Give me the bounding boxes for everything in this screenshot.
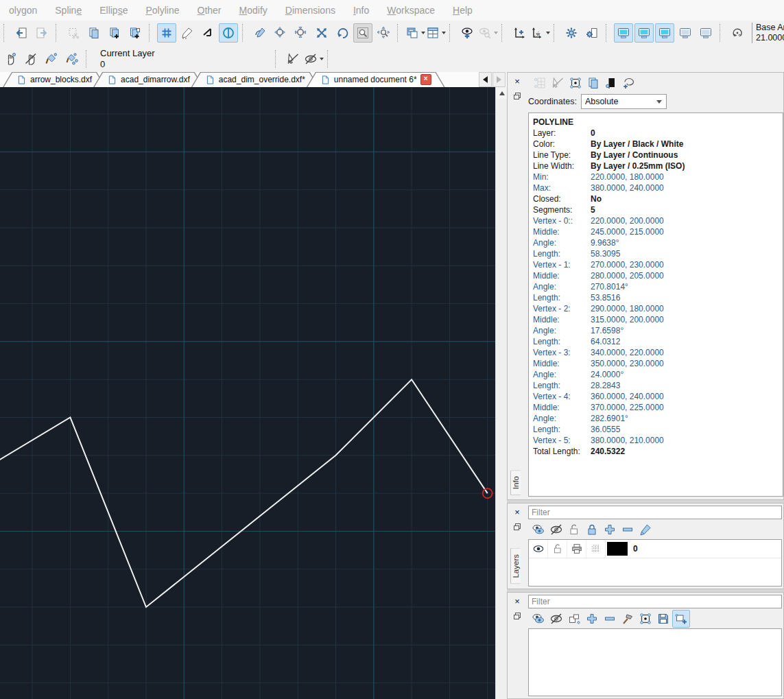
monitor-on-button[interactable] xyxy=(655,23,674,43)
printer-icon[interactable] xyxy=(567,540,586,558)
hand-line-button[interactable] xyxy=(21,49,40,69)
circle-split-button[interactable] xyxy=(219,23,238,43)
flag-black-button[interactable] xyxy=(602,74,620,92)
minus-button[interactable] xyxy=(601,610,619,628)
zoom-in-button[interactable] xyxy=(271,23,290,43)
scrollbar-up-button[interactable] xyxy=(496,87,508,99)
layers-filter-input[interactable] xyxy=(528,506,782,519)
arrow-off-button[interactable] xyxy=(549,74,567,92)
coord-add-button[interactable] xyxy=(510,23,529,43)
layers-dock-float-button[interactable] xyxy=(512,521,523,532)
view-find-button[interactable] xyxy=(478,23,497,43)
window-cascade-button[interactable] xyxy=(405,23,425,43)
brush-button[interactable] xyxy=(42,49,61,69)
arrow-off-button[interactable] xyxy=(283,49,302,69)
view-add-button[interactable] xyxy=(458,23,477,43)
info-dock-close-button[interactable]: × xyxy=(512,75,523,87)
menu-item-dimensions[interactable]: Dimensions xyxy=(276,5,344,16)
document-tab-acad-dimarrow-dxf[interactable]: acad_dimarrow.dxf xyxy=(93,72,204,87)
info-dock-label[interactable]: Info xyxy=(510,470,521,495)
blocks-dock-float-button[interactable] xyxy=(512,610,523,621)
canvas-vertical-scrollbar[interactable] xyxy=(495,87,508,699)
copy-pages-button[interactable] xyxy=(584,74,602,92)
plus-button[interactable] xyxy=(583,610,601,628)
doc-arrow-left-button[interactable] xyxy=(12,23,31,43)
pages-plus2-button[interactable] xyxy=(126,23,145,43)
gear-doc-button[interactable] xyxy=(582,23,602,43)
monitor-off-button[interactable] xyxy=(676,23,695,43)
doc-arrow-right-button[interactable] xyxy=(32,23,51,43)
hand-point-button[interactable] xyxy=(1,49,20,69)
corner-button[interactable] xyxy=(198,23,217,43)
info-row-label: Middle: xyxy=(533,402,591,413)
layers-dock-close-button[interactable]: × xyxy=(512,506,523,518)
hammer-button[interactable] xyxy=(619,610,637,628)
info-dock-float-button[interactable] xyxy=(512,90,523,102)
draft-button[interactable] xyxy=(178,23,197,43)
blocks-filter-input[interactable] xyxy=(528,595,782,608)
pencil-button[interactable] xyxy=(637,521,654,538)
document-tab-acad-dim-override-dxf-[interactable]: acad_dim_override.dxf* xyxy=(191,72,319,87)
monitor-off-button[interactable] xyxy=(696,23,715,43)
monitor-on-icon xyxy=(658,26,672,40)
zoom-pan-button[interactable] xyxy=(374,23,393,43)
current-layer-combo[interactable]: Current Layer 0 xyxy=(95,47,272,70)
gear-button[interactable] xyxy=(562,23,581,43)
lock-open-icon[interactable] xyxy=(548,540,567,558)
zoom-out-button[interactable] xyxy=(292,23,311,43)
lock-open-button[interactable] xyxy=(565,521,583,538)
block-button[interactable] xyxy=(565,610,583,628)
zoom-previous-button[interactable] xyxy=(333,23,352,43)
layer-row[interactable]: 0 xyxy=(529,540,781,558)
coordinates-select[interactable]: Absolute xyxy=(581,94,667,109)
monitor-on-button[interactable] xyxy=(614,23,633,43)
eyes-show-button[interactable] xyxy=(530,521,547,538)
node-table-button[interactable] xyxy=(531,74,549,92)
construction-icon[interactable] xyxy=(586,540,606,558)
select-nodes-button[interactable] xyxy=(637,610,654,628)
grid-button[interactable] xyxy=(157,23,176,43)
cut-region-button[interactable] xyxy=(64,23,83,43)
menu-item-ellipse[interactable]: Ellipse xyxy=(91,5,136,16)
redraw-button[interactable] xyxy=(250,23,270,43)
minus-button[interactable] xyxy=(619,521,637,538)
menu-item-olygon[interactable]: olygon xyxy=(0,5,46,16)
lock-closed-button[interactable] xyxy=(583,521,601,538)
tab-close-button[interactable]: × xyxy=(420,74,431,85)
eye-off-button[interactable] xyxy=(547,521,565,538)
eye-off-button[interactable] xyxy=(304,49,323,69)
tab-scroll-left-button[interactable] xyxy=(479,72,492,87)
menu-item-workspace[interactable]: Workspace xyxy=(378,5,444,16)
menu-item-polyline[interactable]: Polyline xyxy=(136,5,188,16)
eye-off-button[interactable] xyxy=(547,610,565,628)
document-tab-arrow-blocks-dxf[interactable]: arrow_blocks.dxf xyxy=(3,72,106,87)
block-add-button[interactable] xyxy=(672,610,690,628)
menu-item-spline[interactable]: Spline xyxy=(46,5,91,16)
menu-item-info[interactable]: Info xyxy=(344,5,378,16)
drawing-canvas[interactable] xyxy=(0,87,495,699)
blocks-dock-close-button[interactable]: × xyxy=(512,595,523,607)
coord-w-button[interactable]: w xyxy=(530,23,549,43)
lasso-plus-button[interactable] xyxy=(620,74,638,92)
monitor-on-button[interactable] xyxy=(634,23,654,43)
floppy-button[interactable] xyxy=(654,610,672,628)
menu-item-help[interactable]: Help xyxy=(444,5,482,16)
tab-scroll-right-button[interactable] xyxy=(492,72,506,87)
select-nodes-button[interactable] xyxy=(567,74,584,92)
window-tile-button[interactable] xyxy=(426,23,445,43)
layer-color-swatch[interactable] xyxy=(607,542,628,556)
document-tab-unnamed-document-6-[interactable]: unnamed document 6*× xyxy=(307,72,445,87)
copy-pages-button[interactable] xyxy=(84,23,104,43)
menu-item-other[interactable]: Other xyxy=(189,5,230,16)
menu-item-modify[interactable]: Modify xyxy=(230,5,276,16)
zoom-window-button[interactable] xyxy=(353,23,372,43)
zoom-auto-button[interactable] xyxy=(312,23,331,43)
eye-icon[interactable] xyxy=(529,540,548,558)
toolbar-pen: Current Layer 0 xyxy=(0,45,784,73)
rotate-base-button[interactable] xyxy=(728,23,747,43)
brush-multi-button[interactable] xyxy=(62,49,82,69)
plus-button[interactable] xyxy=(601,521,619,538)
pages-plus-button[interactable] xyxy=(105,23,124,43)
eyes-show-button[interactable] xyxy=(530,610,547,628)
layers-dock-label[interactable]: Layers xyxy=(510,548,521,584)
